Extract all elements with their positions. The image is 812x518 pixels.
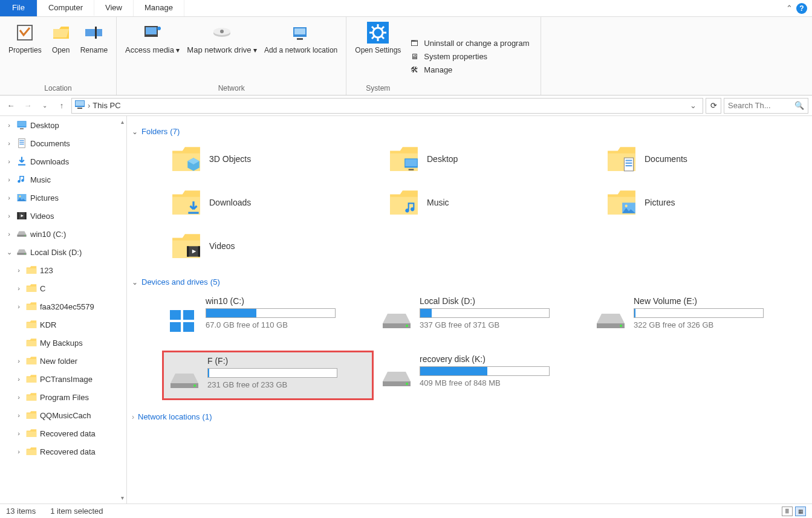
expand-icon[interactable]: ›	[15, 303, 23, 310]
tab-file[interactable]: File	[0, 0, 37, 16]
sidebar-item-kdr[interactable]: KDR	[0, 316, 126, 334]
tab-view[interactable]: View	[94, 0, 134, 16]
scroll-up-icon[interactable]: ▴	[121, 118, 124, 125]
expand-icon[interactable]: ›	[5, 121, 13, 129]
drive-icon	[380, 307, 414, 335]
address-dropdown-icon[interactable]: ⌄	[686, 101, 700, 110]
properties-button[interactable]: Properties	[5, 19, 45, 83]
refresh-button[interactable]: ⟳	[706, 98, 721, 114]
access-media-button[interactable]: Access media ▾	[122, 19, 183, 83]
minimize-ribbon-icon[interactable]: ⌃	[786, 4, 793, 13]
add-network-location-button[interactable]: Add a network location	[261, 19, 341, 83]
view-details-button[interactable]: ≣	[782, 507, 793, 516]
drive-recovery-disk-k-[interactable]: recovery disk (K:) 409 MB free of 848 MB	[376, 351, 588, 400]
open-button[interactable]: Open	[45, 19, 77, 83]
scroll-down-icon[interactable]: ▾	[121, 494, 124, 501]
sidebar-item-downloads[interactable]: › Downloads	[0, 152, 126, 170]
sidebar-item-program-files[interactable]: › Program Files	[0, 388, 126, 406]
sidebar-item-faa3204ec5579[interactable]: › faa3204ec5579	[0, 297, 126, 316]
group-header-folders[interactable]: ⌄ Folders (7)	[132, 127, 807, 136]
folder-documents[interactable]: Documents	[606, 142, 812, 176]
drive-new-volume-e-[interactable]: New Volume (E:) 322 GB free of 326 GB	[590, 293, 802, 338]
folder-3d-objects[interactable]: 3D Objects	[171, 142, 382, 176]
drive-f-f-[interactable]: F (F:) 231 GB free of 233 GB	[162, 351, 374, 400]
drive-win10-c-[interactable]: win10 (C:) 67.0 GB free of 110 GB	[162, 293, 374, 338]
properties-icon	[14, 22, 36, 44]
group-header-network[interactable]: › Network locations (1)	[132, 412, 807, 421]
pictures-icon	[16, 192, 28, 204]
sidebar-item-videos[interactable]: › Videos	[0, 207, 126, 225]
expand-icon[interactable]: ›	[5, 212, 13, 219]
content-pane: ⌄ Folders (7) 3D Objects Desktop Documen…	[127, 116, 812, 503]
manage-link[interactable]: 🛠 Manage	[411, 65, 529, 75]
sidebar-item-label: Recovered data	[40, 447, 96, 456]
sidebar-item-pictures[interactable]: › Pictures	[0, 189, 126, 207]
breadcrumb-this-pc[interactable]: This PC	[93, 101, 120, 110]
search-input[interactable]	[728, 101, 804, 110]
expand-icon[interactable]: ›	[15, 375, 23, 383]
nav-recent-button[interactable]: ⌄	[37, 99, 52, 113]
sidebar-item-label: Downloads	[30, 157, 69, 166]
svg-rect-32	[18, 164, 25, 166]
sidebar-item-label: Documents	[30, 139, 70, 148]
sidebar-item-desktop[interactable]: › Desktop	[0, 116, 126, 134]
svg-rect-4	[146, 27, 157, 34]
svg-point-59	[193, 384, 196, 387]
expand-icon[interactable]: ›	[15, 448, 23, 455]
folder-videos[interactable]: Videos	[171, 229, 382, 263]
rename-button[interactable]: Rename	[77, 19, 111, 83]
settings-gear-icon	[367, 22, 389, 44]
sidebar-item-new-folder[interactable]: › New folder	[0, 352, 126, 370]
sidebar-item-music[interactable]: › Music	[0, 170, 126, 189]
folder-icon	[25, 319, 37, 331]
sidebar-item-c[interactable]: › C	[0, 279, 126, 297]
ribbon-group-location: Properties Open Rename Location	[0, 17, 117, 95]
system-properties-link[interactable]: 🖥 System properties	[411, 52, 529, 62]
sidebar-item-recovered-data[interactable]: › Recovered data	[0, 424, 126, 442]
expand-icon[interactable]: ›	[15, 285, 23, 292]
expand-icon[interactable]: ›	[5, 230, 13, 238]
address-path[interactable]: › This PC ⌄	[71, 98, 703, 114]
expand-icon[interactable]: ›	[15, 267, 23, 274]
sidebar-item-qqmusiccach[interactable]: › QQMusicCach	[0, 406, 126, 424]
help-icon[interactable]: ?	[796, 3, 807, 14]
expand-icon[interactable]: ›	[15, 430, 23, 437]
downloads-folder-icon	[171, 188, 202, 217]
folder-music[interactable]: Music	[388, 186, 600, 219]
sidebar-item-win10-c-[interactable]: › win10 (C:)	[0, 225, 126, 243]
uninstall-program-link[interactable]: 🗔 Uninstall or change a program	[411, 39, 529, 48]
tab-computer[interactable]: Computer	[37, 0, 94, 16]
folder-pictures[interactable]: Pictures	[606, 186, 812, 219]
search-box[interactable]: 🔍	[724, 98, 808, 114]
sidebar-item-my-backups[interactable]: My Backups	[0, 334, 126, 352]
nav-back-button[interactable]: ←	[4, 99, 18, 113]
sidebar-item-recovered-data[interactable]: › Recovered data	[0, 442, 126, 461]
expand-icon[interactable]: ›	[15, 412, 23, 419]
sidebar-item-pctransimage[interactable]: › PCTransImage	[0, 370, 126, 388]
view-tiles-button[interactable]: ▦	[795, 507, 806, 516]
expand-icon[interactable]: ›	[5, 140, 13, 147]
expand-icon[interactable]: ›	[5, 176, 13, 183]
drive-label: F (F:)	[207, 356, 368, 366]
group-header-drives[interactable]: ⌄ Devices and drives (5)	[132, 277, 807, 287]
open-settings-button[interactable]: Open Settings	[351, 19, 404, 83]
folder-downloads[interactable]: Downloads	[171, 186, 382, 219]
sidebar-tree[interactable]: ▴ › Desktop› Documents› Downloads› Music…	[0, 116, 127, 503]
sidebar-item-local-disk-d-[interactable]: ⌄ Local Disk (D:)	[0, 243, 126, 261]
sidebar-item-123[interactable]: › 123	[0, 261, 126, 279]
expand-icon[interactable]: ›	[5, 158, 13, 165]
drive-free-text: 322 GB free of 326 GB	[634, 320, 798, 329]
nav-up-button[interactable]: ↑	[54, 99, 69, 113]
expand-icon[interactable]: ⌄	[5, 248, 13, 256]
expand-icon[interactable]: ›	[5, 194, 13, 201]
drive-local-disk-d-[interactable]: Local Disk (D:) 337 GB free of 371 GB	[376, 293, 588, 338]
expand-icon[interactable]: ›	[15, 393, 23, 401]
tab-manage[interactable]: Manage	[134, 0, 184, 16]
svg-rect-56	[183, 322, 194, 332]
nav-forward-button[interactable]: →	[21, 99, 35, 113]
map-network-drive-button[interactable]: Map network drive ▾	[183, 19, 261, 83]
sidebar-item-documents[interactable]: › Documents	[0, 134, 126, 152]
expand-icon[interactable]: ›	[15, 357, 23, 364]
drive-free-text: 231 GB free of 233 GB	[207, 380, 368, 389]
folder-desktop[interactable]: Desktop	[388, 142, 600, 176]
